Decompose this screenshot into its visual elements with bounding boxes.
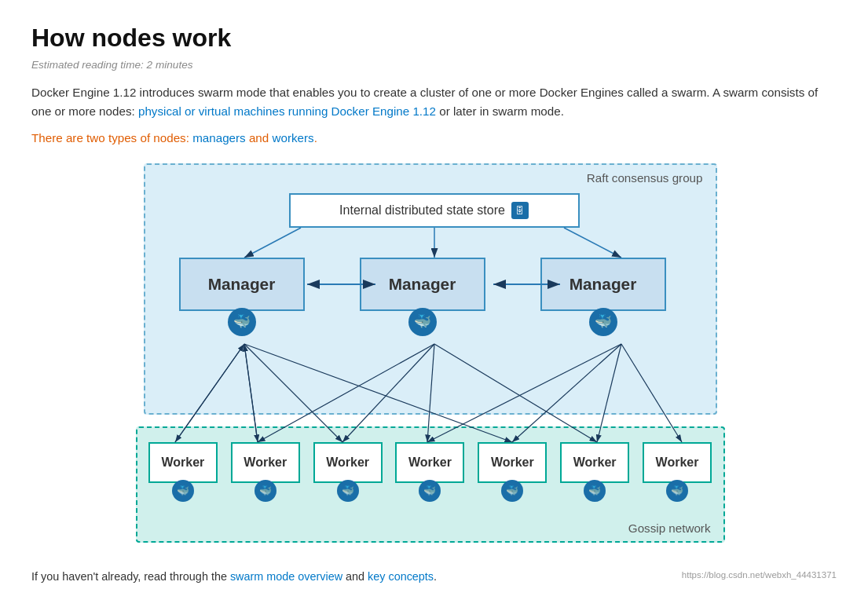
docker-whale-3-icon: 🐳: [595, 313, 612, 330]
physical-link[interactable]: physical or virtual machines running Doc…: [138, 104, 436, 118]
manager-3-docker-icon: 🐳: [589, 308, 617, 336]
state-store-label: Internal distributed state store: [339, 203, 505, 218]
worker-5-docker-icon: 🐳: [501, 480, 523, 502]
footer-paragraph: https://blog.csdn.net/webxh_44431371 If …: [31, 570, 837, 583]
swarm-overview-link[interactable]: swarm mode overview: [230, 570, 342, 583]
worker-whale-6-icon: 🐳: [588, 485, 601, 496]
worker-whale-1-icon: 🐳: [177, 485, 189, 496]
raft-label: Raft consensus group: [587, 171, 703, 185]
worker-2-box: Worker: [231, 442, 300, 483]
worker-1-box: Worker: [148, 442, 218, 483]
gossip-label: Gossip network: [628, 521, 711, 535]
manager-1-box: Manager: [179, 258, 305, 311]
worker-7-container: Worker 🐳: [643, 442, 712, 502]
worker-6-container: Worker 🐳: [560, 442, 629, 502]
managers-link[interactable]: managers: [192, 131, 246, 145]
workers-link[interactable]: workers: [272, 131, 313, 145]
worker-4-box: Worker: [395, 442, 464, 483]
worker-whale-2-icon: 🐳: [259, 485, 272, 496]
worker-1-container: Worker 🐳: [148, 442, 218, 502]
footer-right: https://blog.csdn.net/webxh_44431371: [682, 570, 837, 580]
manager-3-box: Manager: [540, 258, 666, 311]
reading-time: Estimated reading time: 2 minutes: [31, 59, 837, 71]
worker-whale-3-icon: 🐳: [342, 485, 354, 496]
worker-7-box: Worker: [643, 442, 712, 483]
manager-1-container: Manager 🐳: [179, 258, 305, 336]
worker-whale-4-icon: 🐳: [423, 485, 436, 496]
worker-2-docker-icon: 🐳: [255, 480, 277, 502]
diagram: Raft consensus group Internal distribute…: [136, 163, 733, 548]
diagram-wrapper: Raft consensus group Internal distribute…: [31, 163, 837, 548]
worker-5-box: Worker: [478, 442, 547, 483]
worker-3-box: Worker: [313, 442, 383, 483]
key-concepts-link[interactable]: key concepts: [368, 570, 434, 583]
manager-1-docker-icon: 🐳: [228, 308, 256, 336]
manager-2-container: Manager 🐳: [360, 258, 485, 336]
db-icon: 🗄: [511, 202, 529, 219]
worker-4-docker-icon: 🐳: [419, 480, 441, 502]
worker-whale-5-icon: 🐳: [506, 485, 518, 496]
worker-7-docker-icon: 🐳: [666, 480, 688, 502]
worker-3-container: Worker 🐳: [313, 442, 383, 502]
worker-1-docker-icon: 🐳: [172, 480, 194, 502]
worker-whale-7-icon: 🐳: [671, 485, 683, 496]
docker-whale-2-icon: 🐳: [414, 313, 431, 330]
worker-2-container: Worker 🐳: [231, 442, 300, 502]
page-title: How nodes work: [31, 24, 837, 53]
manager-row: Manager 🐳 Manager 🐳 Manager 🐳: [136, 258, 709, 336]
worker-6-docker-icon: 🐳: [584, 480, 606, 502]
worker-4-container: Worker 🐳: [395, 442, 464, 502]
worker-3-docker-icon: 🐳: [337, 480, 359, 502]
manager-2-box: Manager: [360, 258, 485, 311]
types-paragraph: There are two types of nodes: managers a…: [31, 131, 837, 145]
intro-paragraph: Docker Engine 1.12 introduces swarm mode…: [31, 83, 837, 122]
manager-3-container: Manager 🐳: [540, 258, 666, 336]
docker-whale-icon: 🐳: [233, 313, 251, 330]
worker-5-container: Worker 🐳: [478, 442, 547, 502]
state-store-box: Internal distributed state store 🗄: [289, 193, 580, 228]
manager-2-docker-icon: 🐳: [408, 308, 437, 336]
worker-row: Worker 🐳 Worker 🐳 Worker 🐳 Worker: [136, 442, 725, 502]
worker-6-box: Worker: [560, 442, 629, 483]
